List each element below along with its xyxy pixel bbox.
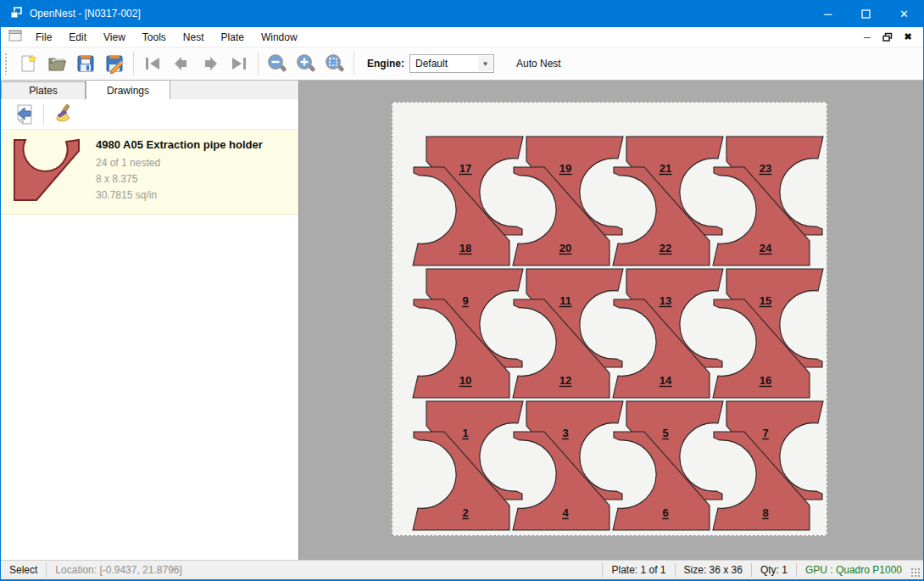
page-arrow-left-icon (14, 103, 35, 126)
drawing-list-item[interactable]: 4980 A05 Extraction pipe holder 24 of 1 … (1, 129, 298, 215)
drawing-title: 4980 A05 Extraction pipe holder (96, 138, 263, 151)
status-size: Size: 36 x 36 (676, 564, 751, 576)
drawings-list-empty-area (1, 215, 298, 560)
menu-tools[interactable]: Tools (134, 29, 175, 46)
menu-view[interactable]: View (95, 29, 134, 46)
part-number-label: 12 (559, 374, 571, 387)
menu-plate[interactable]: Plate (213, 29, 253, 46)
part-number-label: 24 (760, 242, 772, 254)
part-number-label: 11 (559, 294, 571, 307)
part-number-label: 23 (760, 162, 771, 175)
mdi-minimize-icon[interactable]: ─ (860, 31, 874, 44)
part-number-label: 17 (459, 162, 471, 175)
minimize-button[interactable]: ─ (809, 0, 847, 27)
part-thumbnail (11, 137, 86, 203)
part-number-label: 19 (559, 162, 571, 175)
part-number-label: 1 (462, 427, 468, 439)
last-arrow-icon (229, 55, 249, 72)
zoom-out-button[interactable] (263, 50, 292, 77)
part-number-label: 8 (762, 506, 768, 519)
new-file-icon (18, 53, 38, 74)
part-number-label: 6 (662, 506, 668, 519)
opennest-window: OpenNest - [N0317-002] ─ ✕ FileEditViewT… (0, 0, 924, 581)
mdi-close-icon[interactable]: ✖ (901, 31, 915, 44)
title-bar[interactable]: OpenNest - [N0317-002] ─ ✕ (1, 0, 923, 27)
zoom-in-icon (295, 53, 317, 75)
part-number-label: 18 (459, 242, 471, 254)
part-number-label: 4 (562, 506, 569, 519)
part-number-label: 15 (760, 294, 771, 307)
part-number-label: 10 (459, 374, 471, 387)
broom-icon (52, 103, 74, 126)
engine-select[interactable]: Default ▼ (409, 54, 494, 73)
open-folder-icon (47, 53, 68, 74)
auto-nest-button[interactable]: Auto Nest (509, 54, 568, 73)
part-number-label: 7 (762, 427, 768, 439)
engine-value: Default (415, 58, 448, 70)
drawing-area: 30.7815 sq/in (96, 189, 263, 201)
status-bar: Select Location: [-0.9437, 21.8796] Plat… (1, 560, 923, 579)
new-button[interactable] (14, 50, 42, 77)
status-plate: Plate: 1 of 1 (603, 564, 674, 576)
status-gpu: GPU : Quadro P1000 (797, 564, 910, 576)
drawings-toolbar (1, 100, 298, 129)
document-window-icon (8, 30, 22, 44)
plate-sheet[interactable]: 171819202122232491011121314151612345678 (392, 102, 827, 536)
resize-grip[interactable] (910, 567, 921, 578)
mdi-restore-icon[interactable] (881, 31, 894, 44)
part-number-label: 5 (662, 427, 668, 439)
part-number-label: 16 (760, 374, 771, 387)
nest-canvas[interactable]: 171819202122232491011121314151612345678 (299, 81, 923, 560)
zoom-fit-button[interactable] (320, 50, 349, 77)
app-icon (9, 6, 23, 22)
menu-nest[interactable]: Nest (175, 29, 213, 46)
part-number-label: 22 (660, 242, 671, 254)
left-panel: Plates Drawings (1, 81, 299, 560)
menu-window[interactable]: Window (253, 29, 306, 46)
last-plate-button[interactable] (225, 50, 253, 77)
chevron-down-icon[interactable]: ▼ (478, 56, 493, 71)
drawing-size: 8 x 8.375 (96, 173, 263, 185)
zoom-out-icon (266, 53, 288, 75)
part-number-label: 9 (462, 294, 468, 307)
status-qty: Qty: 1 (752, 564, 796, 576)
previous-plate-button[interactable] (167, 50, 196, 77)
clear-drawings-button[interactable] (49, 103, 76, 126)
tab-plates[interactable]: Plates (1, 81, 86, 99)
window-title: OpenNest - [N0317-002] (30, 8, 809, 20)
toolbar-grip[interactable] (4, 53, 8, 75)
first-plate-button[interactable] (138, 50, 167, 77)
part-number-label: 14 (660, 374, 672, 387)
close-button[interactable]: ✕ (885, 0, 923, 27)
drawing-nested-count: 24 of 1 nested (96, 157, 263, 169)
open-button[interactable] (42, 50, 71, 77)
save-as-button[interactable] (100, 50, 129, 77)
menu-bar: FileEditViewToolsNestPlateWindow ─ ✖ (1, 27, 923, 47)
main-toolbar: Engine: Default ▼ Auto Nest (1, 47, 923, 81)
maximize-button[interactable] (847, 0, 885, 27)
engine-label: Engine: (367, 58, 404, 70)
part-number-label: 3 (562, 427, 568, 439)
tab-drawings[interactable]: Drawings (86, 80, 170, 99)
status-location: Location: [-0.9437, 21.8796] (47, 564, 190, 576)
tab-strip: Plates Drawings (1, 81, 298, 100)
part-number-label: 21 (660, 162, 671, 175)
save-button[interactable] (71, 50, 100, 77)
import-drawing-button[interactable] (11, 103, 38, 126)
previous-arrow-icon (171, 55, 192, 72)
save-icon (75, 53, 96, 74)
menu-edit[interactable]: Edit (60, 29, 95, 46)
part-number-label: 20 (559, 242, 571, 254)
save-as-icon (104, 53, 125, 74)
part-number-label: 13 (660, 294, 671, 307)
next-plate-button[interactable] (196, 50, 225, 77)
part-number-label: 2 (462, 506, 468, 519)
zoom-fit-icon (324, 53, 346, 75)
status-mode: Select (1, 564, 46, 576)
first-arrow-icon (142, 55, 163, 72)
zoom-in-button[interactable] (292, 50, 320, 77)
next-arrow-icon (200, 55, 220, 72)
menu-file[interactable]: File (27, 29, 60, 46)
